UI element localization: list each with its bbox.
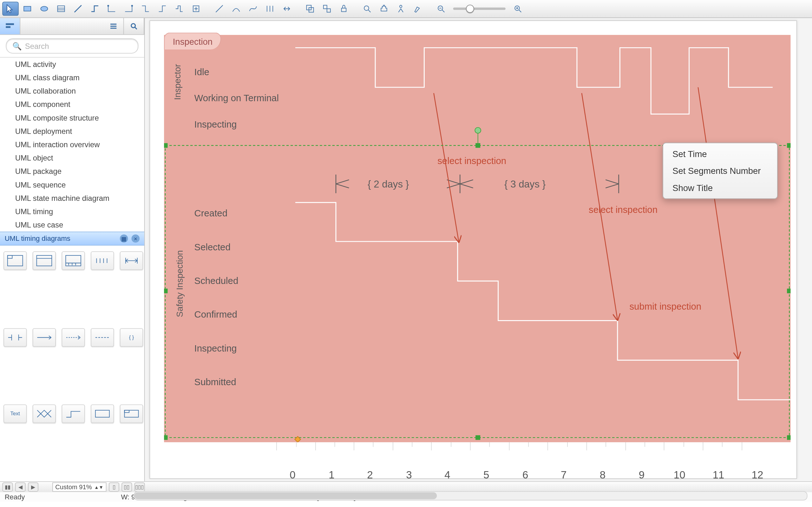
- canvas-area[interactable]: Inspection Inspector Safety Inspection I…: [145, 18, 812, 481]
- curve-tool[interactable]: [228, 2, 244, 16]
- stencil-panel-title[interactable]: UML timing diagrams ▦×: [0, 232, 144, 245]
- svg-rect-16: [327, 9, 330, 12]
- lib-item[interactable]: UML use case: [0, 218, 144, 232]
- svg-point-33: [131, 24, 135, 28]
- sidebar-tab-list[interactable]: [104, 18, 124, 34]
- sidebar-tab-library[interactable]: [0, 18, 20, 34]
- svg-rect-28: [6, 23, 14, 25]
- stencil-cross[interactable]: [33, 404, 56, 423]
- stencil-braces[interactable]: { }: [120, 328, 143, 347]
- lib-item[interactable]: UML object: [0, 151, 144, 165]
- search-placeholder: Search: [25, 42, 49, 50]
- pan-tool[interactable]: [376, 2, 392, 16]
- route2-tool[interactable]: [121, 2, 137, 16]
- sidebar-tab-search[interactable]: [124, 18, 144, 34]
- table-tool[interactable]: [53, 2, 69, 16]
- save-icon[interactable]: ▦: [120, 234, 128, 243]
- stencil-frame[interactable]: [3, 251, 27, 270]
- export-tool[interactable]: [188, 2, 204, 16]
- context-menu: Set Time Set Segments Number Show Title: [663, 143, 778, 199]
- svg-rect-75: [476, 435, 480, 440]
- stencil-frame2[interactable]: [33, 251, 56, 270]
- tool-group-zoom: [433, 2, 525, 16]
- svg-rect-39: [66, 256, 81, 266]
- lib-item[interactable]: UML collaboration: [0, 84, 144, 98]
- ellipse-tool[interactable]: [36, 2, 52, 16]
- svg-rect-69: [164, 289, 168, 293]
- ctx-set-segments[interactable]: Set Segments Number: [663, 162, 777, 179]
- lib-item[interactable]: UML package: [0, 165, 144, 178]
- next-button[interactable]: ▶: [28, 482, 39, 492]
- status-ready: Ready: [5, 493, 121, 501]
- horizontal-scrollbar[interactable]: [134, 491, 808, 500]
- lib-item[interactable]: UML interaction overview: [0, 138, 144, 151]
- zoom-slider[interactable]: [453, 8, 506, 10]
- align-tool[interactable]: [262, 2, 278, 16]
- tick-label: 1: [329, 469, 334, 481]
- svg-point-6: [107, 5, 109, 7]
- view-mode-3[interactable]: ▯▯▯: [134, 482, 145, 492]
- line2-tool[interactable]: [211, 2, 228, 16]
- lib-item[interactable]: UML composite structure: [0, 111, 144, 124]
- lib-item[interactable]: UML class diagram: [0, 71, 144, 84]
- ungroup-tool[interactable]: [319, 2, 335, 16]
- stencil-arrows[interactable]: [120, 251, 143, 270]
- view-mode-1[interactable]: ▯: [109, 482, 119, 492]
- pointer-tool[interactable]: [2, 2, 18, 16]
- svg-rect-2: [58, 6, 65, 11]
- view-mode-2[interactable]: ▯▯: [122, 482, 132, 492]
- rect-tool[interactable]: [19, 2, 36, 16]
- tick-label: 4: [444, 469, 450, 481]
- lib-item[interactable]: UML sequence: [0, 178, 144, 191]
- lib-item[interactable]: UML activity: [0, 58, 144, 71]
- stencil-bar3[interactable]: [62, 328, 85, 347]
- svg-rect-35: [8, 256, 23, 266]
- lib-item[interactable]: UML deployment: [0, 124, 144, 138]
- timing-diagram[interactable]: Inspection Inspector Safety Inspection I…: [164, 35, 791, 442]
- canvas[interactable]: Inspection Inspector Safety Inspection I…: [149, 20, 797, 479]
- route4-tool[interactable]: [154, 2, 170, 16]
- tick-label: 2: [367, 469, 373, 481]
- stencil-bar2[interactable]: [33, 328, 56, 347]
- stencil-bar4[interactable]: [91, 328, 114, 347]
- lib-item[interactable]: UML state machine diagram: [0, 191, 144, 205]
- zoom-select[interactable]: Custom 91%▲▼: [52, 482, 106, 492]
- message-label: submit inspection: [629, 301, 701, 312]
- group-tool[interactable]: [302, 2, 318, 16]
- lock-tool[interactable]: [335, 2, 352, 16]
- route1-tool[interactable]: [104, 2, 120, 16]
- lib-item[interactable]: UML timing: [0, 205, 144, 218]
- spline-tool[interactable]: [245, 2, 261, 16]
- connector-tool[interactable]: [86, 2, 103, 16]
- stencil-step[interactable]: [62, 404, 85, 423]
- highlight-tool[interactable]: [410, 2, 426, 16]
- scroll-thumb[interactable]: [134, 492, 437, 499]
- line-tool[interactable]: [70, 2, 86, 16]
- route5-tool[interactable]: [171, 2, 187, 16]
- pause-button[interactable]: ▮▮: [2, 482, 13, 492]
- svg-point-20: [400, 5, 402, 8]
- stencil-ruler[interactable]: [62, 251, 85, 270]
- stencil-empty[interactable]: [91, 404, 114, 423]
- zoom-in-button[interactable]: [510, 2, 526, 16]
- tick-label: 12: [752, 469, 763, 481]
- stencil-bar1[interactable]: [3, 328, 27, 347]
- stencil-ticks[interactable]: [91, 251, 114, 270]
- svg-line-5: [74, 5, 81, 12]
- lib-item[interactable]: UML component: [0, 98, 144, 111]
- presenter-tool[interactable]: [393, 2, 409, 16]
- stencil-text[interactable]: Text: [3, 404, 27, 423]
- route3-tool[interactable]: [137, 2, 153, 16]
- zoom-out-button[interactable]: [433, 2, 449, 16]
- search-input[interactable]: 🔍 Search: [6, 38, 138, 54]
- zoom-slider-thumb[interactable]: [466, 5, 474, 13]
- ctx-set-time[interactable]: Set Time: [663, 146, 777, 162]
- close-icon[interactable]: ×: [131, 234, 139, 243]
- prev-button[interactable]: ◀: [15, 482, 26, 492]
- ctx-show-title[interactable]: Show Title: [663, 179, 777, 196]
- svg-rect-36: [8, 256, 12, 258]
- panel-title-text: UML timing diagrams: [5, 234, 70, 243]
- zoom-tool[interactable]: [359, 2, 375, 16]
- stencil-tab[interactable]: [120, 404, 143, 423]
- distribute-tool[interactable]: [278, 2, 295, 16]
